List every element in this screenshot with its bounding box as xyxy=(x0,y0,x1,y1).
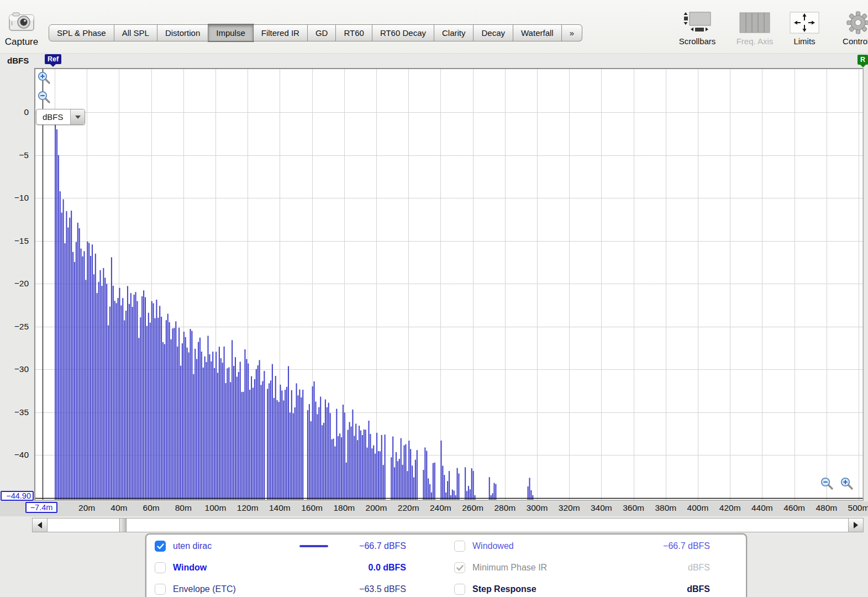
legend-value: −63.5 dBFS xyxy=(359,584,406,594)
y-tick-label: −10 xyxy=(0,193,29,203)
y-tick-label: −30 xyxy=(0,364,29,374)
legend-value: 0.0 dBFS xyxy=(369,563,406,573)
tool-freq-axis: Freq. Axis xyxy=(730,11,780,46)
x-tick-label: 40m xyxy=(111,503,127,513)
x-tick-label: 380m xyxy=(655,503,676,513)
y-tick-label: −5 xyxy=(0,150,29,160)
scroll-right-button[interactable] xyxy=(848,519,863,532)
x-tick-label: 300m xyxy=(527,503,548,513)
legend-label: Step Response xyxy=(472,584,536,594)
cursor-y-readout: −44.90 xyxy=(1,491,34,501)
tab-clarity[interactable]: Clarity xyxy=(434,24,474,41)
y-zoom-in-icon[interactable] xyxy=(37,71,51,85)
tab-decay[interactable]: Decay xyxy=(474,24,513,41)
legend-row-envelope-etc: Envelope (ETC)−63.5 dBFS xyxy=(155,583,406,596)
chevron-down-icon[interactable] xyxy=(70,109,85,124)
tab-all-spl[interactable]: All SPL xyxy=(114,24,157,41)
tool-label: Controls xyxy=(833,36,868,46)
y-tick-label: 0 xyxy=(0,107,29,117)
impulse-plot-area[interactable] xyxy=(34,68,864,501)
x-tick-label: 100m xyxy=(205,503,227,513)
x-tick-label: 220m xyxy=(398,503,419,513)
graph-tab-bar: SPL & PhaseAll SPLDistortionImpulseFilte… xyxy=(49,24,582,41)
y-tick-label: −20 xyxy=(0,279,29,289)
x-tick-label: 360m xyxy=(623,503,644,513)
x-tick-label: 440m xyxy=(751,503,773,513)
tab-gd[interactable]: GD xyxy=(308,24,336,41)
x-tick-label: 420m xyxy=(719,503,741,513)
impulse-plot-canvas[interactable] xyxy=(34,68,864,501)
controls-gear-icon xyxy=(833,11,868,34)
tool-label: Scrollbars xyxy=(672,36,722,46)
x-tick-label: 20m xyxy=(78,503,95,513)
tool-controls[interactable]: Controls xyxy=(833,11,868,46)
tab-filtered-ir[interactable]: Filtered IR xyxy=(254,24,308,41)
checkbox-checked-icon[interactable] xyxy=(155,541,166,552)
x-tick-label: 60m xyxy=(143,503,160,513)
legend-row-step-response: Step ResponsedBFS xyxy=(454,583,710,596)
limits-icon xyxy=(780,11,829,34)
checkbox-unchecked-icon[interactable] xyxy=(454,584,465,595)
tool-scrollbars[interactable]: Scrollbars xyxy=(672,11,722,46)
tab-distortion[interactable]: Distortion xyxy=(157,24,208,41)
tab-spl-phase[interactable]: SPL & Phase xyxy=(49,24,114,41)
y-tick-label: −15 xyxy=(0,236,29,246)
right-arrow-icon xyxy=(854,522,858,528)
tab-impulse[interactable]: Impulse xyxy=(208,24,254,41)
tool-limits[interactable]: Limits xyxy=(780,11,829,46)
horizontal-scrollbar[interactable] xyxy=(32,518,864,532)
tab-rt60-decay[interactable]: RT60 Decay xyxy=(372,24,434,41)
y-tick-label: −25 xyxy=(0,322,29,332)
tool-label: Freq. Axis xyxy=(730,36,780,46)
x-tick-label: 120m xyxy=(237,503,259,513)
checkbox-checked-icon xyxy=(454,562,465,573)
x-tick-label: 460m xyxy=(783,503,805,513)
rew-impulse-window: { "app": {"name_note": "impulse response… xyxy=(0,0,868,597)
x-tick-label: 140m xyxy=(269,503,291,513)
toolbar: Capture SPL & PhaseAll SPLDistortionImpu… xyxy=(0,0,868,54)
legend-value: dBFS xyxy=(688,563,710,573)
tab-rt60[interactable]: RT60 xyxy=(336,24,372,41)
x-tick-label: 80m xyxy=(175,503,192,513)
y-axis-title: dBFS xyxy=(7,56,29,65)
x-zoom-in-icon[interactable] xyxy=(840,476,854,491)
right-window-marker[interactable]: R xyxy=(858,55,868,65)
left-arrow-icon xyxy=(38,522,42,528)
tab-[interactable]: » xyxy=(562,24,582,41)
ref-time-marker[interactable]: Ref xyxy=(45,54,61,64)
x-tick-label: 480m xyxy=(816,503,837,513)
legend-row-uten-dirac: uten dirac−66.7 dBFS xyxy=(155,540,406,553)
y-tick-label: −40 xyxy=(0,450,29,460)
x-tick-label: 240m xyxy=(430,503,451,513)
x-tick-label: 200m xyxy=(366,503,387,513)
y-axis-unit-selector[interactable]: dBFS xyxy=(36,109,85,125)
capture-button[interactable]: Capture xyxy=(3,10,40,48)
x-tick-label: 340m xyxy=(591,503,612,513)
legend-value: −66.7 dBFS xyxy=(359,541,406,551)
scrollbar-thumb[interactable] xyxy=(119,519,127,532)
camera-icon xyxy=(7,25,36,35)
x-tick-label: 320m xyxy=(559,503,580,513)
scrollbars-icon xyxy=(672,11,722,34)
trace-line-sample xyxy=(299,545,328,547)
legend-value: dBFS xyxy=(687,584,710,594)
x-tick-label: 160m xyxy=(301,503,323,513)
legend-row-windowed: Windowed−66.7 dBFS xyxy=(454,540,710,553)
x-tick-label: 260m xyxy=(462,503,483,513)
checkbox-unchecked-icon[interactable] xyxy=(155,584,166,595)
legend-label: Windowed xyxy=(472,541,514,551)
tab-waterfall[interactable]: Waterfall xyxy=(513,24,562,41)
checkbox-unchecked-icon[interactable] xyxy=(155,562,166,573)
y-zoom-out-icon[interactable] xyxy=(37,90,51,104)
capture-label: Capture xyxy=(3,36,40,48)
scroll-left-button[interactable] xyxy=(33,519,48,532)
x-tick-label: 180m xyxy=(333,503,355,513)
cursor-x-readout: −7.4m xyxy=(25,502,57,513)
legend-row-window: Window0.0 dBFS xyxy=(155,561,406,574)
checkbox-unchecked-icon[interactable] xyxy=(454,541,465,552)
x-zoom-out-icon[interactable] xyxy=(820,476,834,491)
legend-label: Minimum Phase IR xyxy=(472,563,547,573)
tool-label: Limits xyxy=(780,36,829,46)
legend-value: −66.7 dBFS xyxy=(663,541,710,551)
x-tick-label: 500m xyxy=(848,503,868,513)
